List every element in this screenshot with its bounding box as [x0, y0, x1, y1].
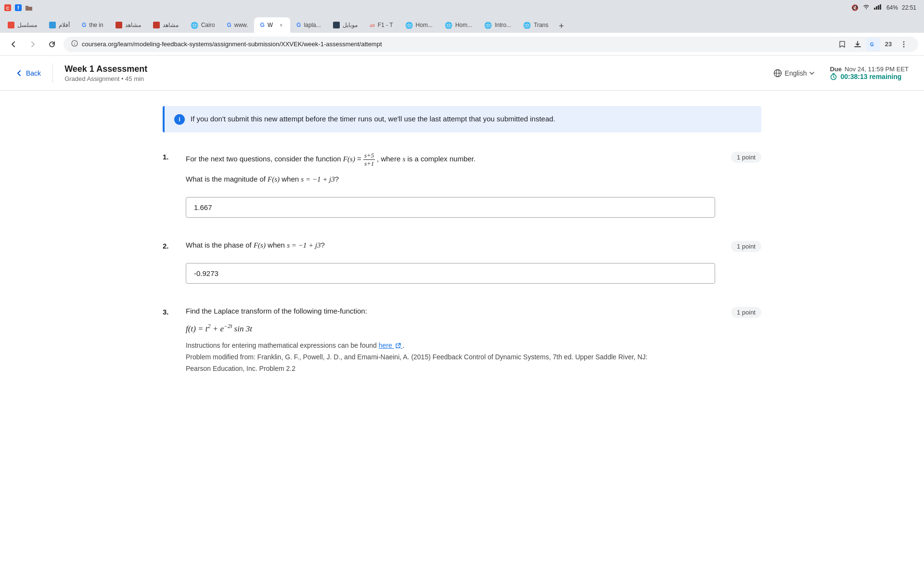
here-link[interactable]: here — [379, 342, 403, 349]
question-2-content: What is the phase of F(s) when s = −1 + … — [186, 241, 761, 284]
battery-percent: 64% — [886, 4, 898, 11]
tab-label: أفلام — [59, 22, 70, 28]
tab-active-w[interactable]: G W × — [254, 17, 290, 33]
question-2-row: What is the phase of F(s) when s = −1 + … — [186, 241, 761, 284]
signal-bars — [874, 4, 883, 11]
tab-musalsalat[interactable]: مسلسل — [2, 17, 43, 33]
tab-intro[interactable]: 🌐 Intro... — [478, 17, 517, 33]
tab-label: مشاهد — [163, 22, 179, 28]
mute-icon: 🔇 — [851, 4, 859, 11]
question-3-reference2: Pearson Education, Inc. Problem 2.2 — [186, 365, 731, 372]
question-2-text: What is the phase of F(s) when s = −1 + … — [186, 241, 731, 250]
svg-text:i: i — [74, 41, 75, 46]
back-nav-button[interactable] — [6, 37, 21, 52]
tab-globe-icon: 🌐 — [191, 22, 198, 29]
question-3-content: Find the Laplace transform of the follow… — [186, 307, 761, 372]
question-1-main-text: For the next two questions, consider the… — [186, 152, 731, 167]
info-icon: i — [174, 114, 185, 125]
tab-trans[interactable]: 🌐 Trans — [517, 17, 554, 33]
question-1: 1. For the next two questions, consider … — [163, 152, 761, 218]
tab-www[interactable]: G www. — [221, 17, 254, 33]
question-3-body: Find the Laplace transform of the follow… — [186, 307, 731, 372]
tab-label: www. — [234, 22, 248, 28]
assignment-subtitle: Graded Assignment • 45 min — [64, 75, 761, 82]
wifi-icon — [862, 4, 870, 11]
forward-nav-button[interactable] — [25, 37, 40, 52]
bookmark-button[interactable] — [835, 38, 849, 51]
menu-button[interactable] — [897, 38, 911, 51]
tab-label: W — [268, 22, 273, 28]
question-2: 2. What is the phase of F(s) when s = −1… — [163, 241, 761, 284]
address-bar: i coursera.org/learn/modeling-feedback-s… — [0, 33, 924, 56]
question-2-answer-input[interactable] — [186, 263, 715, 284]
timer-text: 00:38:13 remaining — [840, 73, 901, 80]
question-2-body: What is the phase of F(s) when s = −1 + … — [186, 241, 731, 284]
app-icon: C — [4, 4, 12, 12]
svg-rect-7 — [880, 4, 881, 10]
question-1-body: For the next two questions, consider the… — [186, 152, 731, 218]
question-3-text: Find the Laplace transform of the follow… — [186, 307, 731, 315]
header-info: Week 1 Assessment Graded Assignment • 45… — [64, 64, 761, 82]
timer-display: 00:38:13 remaining — [830, 73, 909, 80]
download-button[interactable] — [851, 38, 864, 51]
tab-home2[interactable]: 🌐 Hom... — [439, 17, 478, 33]
due-info: Due Nov 24, 11:59 PM EET 00:38:13 remain… — [830, 66, 909, 80]
question-3-formula: f(t) = t2 + e−2t sin 3t — [186, 323, 731, 334]
tab-mobile[interactable]: موبایل — [327, 17, 363, 33]
tab-globe-intro: 🌐 — [484, 22, 492, 29]
question-1-answer-input[interactable] — [186, 197, 715, 218]
tab-favicon-google3: G — [260, 22, 264, 28]
tab-f1[interactable]: 🏎 F1 - T — [364, 17, 399, 33]
new-tab-button[interactable]: + — [555, 19, 568, 33]
question-3-instructions: Instructions for entering mathematical e… — [186, 342, 731, 349]
tab-the-in[interactable]: G the in — [76, 17, 109, 33]
tab-label: موبایل — [343, 22, 358, 28]
close-tab-btn[interactable]: × — [278, 22, 284, 28]
svg-rect-6 — [878, 5, 879, 10]
coursera-app: Back Week 1 Assessment Graded Assignment… — [0, 56, 924, 578]
question-1-sub: What is the magnitude of F(s) when s = −… — [186, 175, 731, 184]
system-tray: 🔇 64% 22:51 — [851, 4, 916, 11]
svg-rect-4 — [874, 8, 875, 10]
question-1-content: For the next two questions, consider the… — [186, 152, 761, 218]
translate-button[interactable]: G — [866, 38, 880, 51]
tab-globe-home1: 🌐 — [405, 22, 413, 29]
extension-button[interactable]: 23 — [882, 38, 895, 51]
tab-mashahed2[interactable]: مشاهد — [147, 17, 184, 33]
main-content: i If you don't submit this new attempt b… — [140, 91, 784, 411]
svg-point-11 — [903, 41, 905, 42]
tab-label: Cairo — [201, 22, 215, 28]
function-notation: F(s) — [343, 155, 355, 163]
tab-label: مشاهد — [125, 22, 141, 28]
info-banner: i If you don't submit this new attempt b… — [163, 106, 761, 132]
question-3-row: Find the Laplace transform of the follow… — [186, 307, 761, 372]
tab-label: Intro... — [495, 22, 511, 28]
question-2-points: 1 point — [731, 241, 761, 252]
question-3-reference: Problem modified from: Franklin, G. F., … — [186, 353, 731, 361]
tab-cairo[interactable]: 🌐 Cairo — [185, 17, 221, 33]
tab-label: lapla... — [304, 22, 321, 28]
tab-aflam[interactable]: أفلام — [43, 17, 76, 33]
back-button[interactable]: Back — [15, 69, 41, 77]
language-selector[interactable]: English — [773, 69, 815, 78]
tab-label: F1 - T — [378, 22, 393, 28]
url-text: coursera.org/learn/modeling-feedback-sys… — [82, 40, 832, 48]
svg-point-13 — [903, 46, 905, 47]
url-bar[interactable]: i coursera.org/learn/modeling-feedback-s… — [64, 37, 918, 52]
secure-icon: i — [71, 40, 78, 48]
tab-mashahed1[interactable]: مشاهد — [110, 17, 147, 33]
tab-label: Hom... — [455, 22, 472, 28]
tab-laplace[interactable]: G lapla... — [291, 17, 327, 33]
question-3: 3. Find the Laplace transform of the fol… — [163, 307, 761, 372]
tab-favicon-google2: G — [227, 22, 231, 28]
tabs-bar: مسلسل أفلام G the in مشاهد مشاهد 🌐 Cairo… — [0, 15, 924, 33]
reload-button[interactable] — [44, 37, 60, 52]
svg-text:C: C — [6, 6, 10, 11]
info-banner-text: If you don't submit this new attempt bef… — [191, 114, 555, 125]
folder-icon — [25, 4, 33, 12]
clock: 22:51 — [902, 4, 916, 11]
tab-home1[interactable]: 🌐 Hom... — [399, 17, 438, 33]
tab-globe-trans: 🌐 — [523, 22, 531, 29]
tab-favicon-google4: G — [296, 22, 301, 28]
facebook-icon: f — [14, 4, 22, 12]
